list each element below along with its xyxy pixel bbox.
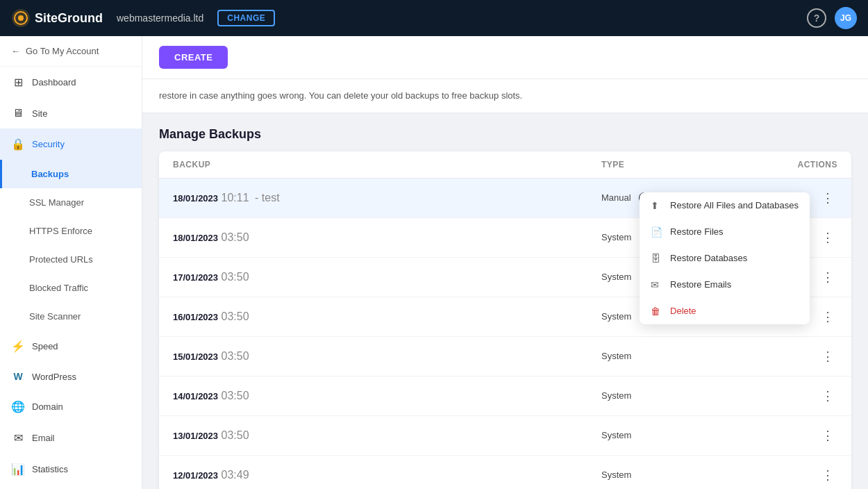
delete-icon: 🗑 (651, 306, 663, 317)
change-site-button[interactable]: CHANGE (217, 10, 275, 26)
sidebar: ← Go To My Account ⊞ Dashboard 🖥 Site 🔒 … (0, 36, 142, 489)
sidebar-item-dashboard[interactable]: ⊞ Dashboard (0, 67, 142, 98)
content-inner: Manage Backups Backup Type Actions 18/01… (142, 113, 868, 490)
create-button[interactable]: CREATE (159, 46, 228, 69)
context-menu: ⬆ Restore All Files and Databases 📄 Rest… (640, 192, 810, 324)
svg-point-2 (18, 15, 24, 21)
restore-emails-icon: ✉ (651, 279, 663, 290)
sidebar-item-label: Security (32, 139, 65, 149)
table-row: 18/01/2023 10:11 - test Manual Manual ⋮ (159, 179, 851, 218)
site-icon: 🖥 (11, 107, 25, 119)
logo-text: SiteGround (35, 11, 103, 26)
sidebar-item-label: Site Scanner (29, 311, 81, 322)
backup-date: 17/01/2023 03:50 (173, 271, 601, 283)
col-type: Type (601, 160, 754, 169)
table-row: 13/01/2023 03:50 System ⋮ (159, 416, 851, 456)
actions-cell: ⋮ (754, 465, 837, 485)
restore-files-label: Restore Files (670, 226, 724, 237)
siteground-logo-icon (11, 8, 31, 28)
backup-date: 18/01/2023 03:50 (173, 231, 601, 244)
sidebar-item-label: SSL Manager (29, 197, 84, 208)
row-actions-button[interactable]: ⋮ (818, 347, 837, 366)
sidebar-item-label: Email (32, 433, 55, 443)
navbar-left: SiteGround webmastermedia.ltd CHANGE (11, 8, 275, 28)
sidebar-item-email[interactable]: ✉ Email (0, 422, 142, 454)
avatar[interactable]: JG (835, 7, 857, 29)
sidebar-item-blocked-traffic[interactable]: Blocked Traffic (0, 274, 142, 302)
restore-all-label: Restore All Files and Databases (670, 200, 799, 210)
table-row: 12/01/2023 03:49 System ⋮ (159, 456, 851, 490)
domain-icon: 🌐 (11, 400, 25, 413)
row-actions-button[interactable]: ⋮ (818, 267, 837, 287)
row-actions-button[interactable]: ⋮ (818, 307, 837, 326)
navbar-right: ? JG (807, 7, 857, 29)
main-content: CREATE restore in case anything goes wro… (142, 36, 868, 489)
sidebar-item-wordpress[interactable]: W WordPress (0, 362, 142, 391)
dashboard-icon: ⊞ (11, 76, 25, 89)
backup-date: 14/01/2023 03:50 (173, 390, 601, 402)
row-actions-button[interactable]: ⋮ (818, 386, 837, 406)
actions-cell: ⋮ (754, 386, 837, 406)
security-icon: 🔒 (11, 138, 25, 151)
row-actions-button[interactable]: ⋮ (818, 465, 837, 485)
row-actions-button[interactable]: ⋮ (818, 228, 837, 247)
backup-type: System (601, 351, 754, 361)
sidebar-item-label: Domain (32, 401, 63, 412)
logo: SiteGround (11, 8, 103, 28)
sidebar-item-backups[interactable]: Backups (0, 160, 142, 188)
help-button[interactable]: ? (807, 8, 826, 28)
restore-all-icon: ⬆ (651, 200, 663, 211)
manage-backups-title: Manage Backups (159, 113, 851, 151)
info-bar: restore in case anything goes wrong. You… (142, 79, 868, 113)
actions-cell: ⋮ (754, 347, 837, 366)
sidebar-item-domain[interactable]: 🌐 Domain (0, 391, 142, 422)
backup-type: System (601, 430, 754, 440)
sidebar-item-protected-urls[interactable]: Protected URLs (0, 245, 142, 274)
restore-emails-label: Restore Emails (670, 279, 731, 290)
backup-date: 15/01/2023 03:50 (173, 350, 601, 363)
restore-emails-menu-item[interactable]: ✉ Restore Emails (640, 272, 810, 298)
backup-type: System (601, 390, 754, 401)
sidebar-item-label: Speed (32, 341, 58, 351)
sidebar-item-speed[interactable]: ⚡ Speed (0, 331, 142, 362)
sidebar-item-security[interactable]: 🔒 Security (0, 129, 142, 160)
col-backup: Backup (173, 160, 601, 169)
row-actions-button[interactable]: ⋮ (818, 426, 837, 445)
info-text: restore in case anything goes wrong. You… (159, 90, 522, 101)
sidebar-item-site-scanner[interactable]: Site Scanner (0, 302, 142, 331)
sidebar-item-label: WordPress (32, 372, 76, 382)
restore-databases-menu-item[interactable]: 🗄 Restore Databases (640, 245, 810, 272)
sidebar-item-statistics[interactable]: 📊 Statistics (0, 454, 142, 485)
delete-label: Delete (670, 306, 696, 316)
main-layout: ← Go To My Account ⊞ Dashboard 🖥 Site 🔒 … (0, 36, 868, 489)
navbar: SiteGround webmastermedia.ltd CHANGE ? J… (0, 0, 868, 36)
restore-db-icon: 🗄 (651, 253, 663, 264)
site-name: webmastermedia.ltd (117, 13, 203, 24)
go-to-account-button[interactable]: ← Go To My Account (0, 36, 142, 67)
go-to-account-label: Go To My Account (26, 46, 99, 56)
email-icon: ✉ (11, 431, 25, 445)
sidebar-item-label: Statistics (32, 464, 68, 474)
restore-all-menu-item[interactable]: ⬆ Restore All Files and Databases (640, 192, 810, 219)
backup-date: 18/01/2023 10:11 - test (173, 192, 601, 204)
table-header: Backup Type Actions (159, 151, 851, 179)
statistics-icon: 📊 (11, 463, 25, 476)
sidebar-item-label: Blocked Traffic (29, 283, 88, 293)
delete-menu-item[interactable]: 🗑 Delete (640, 298, 810, 324)
backup-date: 13/01/2023 03:50 (173, 429, 601, 442)
restore-db-label: Restore Databases (670, 253, 747, 263)
col-actions: Actions (754, 160, 837, 169)
sidebar-item-devs[interactable]: 💻 Devs (0, 485, 142, 489)
sidebar-item-https[interactable]: HTTPS Enforce (0, 217, 142, 245)
restore-files-menu-item[interactable]: 📄 Restore Files (640, 219, 810, 245)
backup-type: System (601, 470, 754, 480)
back-arrow-icon: ← (11, 46, 20, 56)
speed-icon: ⚡ (11, 340, 25, 353)
backup-date: 12/01/2023 03:49 (173, 469, 601, 481)
sidebar-item-label: HTTPS Enforce (29, 226, 92, 236)
backup-date: 16/01/2023 03:50 (173, 310, 601, 323)
table-row: 14/01/2023 03:50 System ⋮ (159, 376, 851, 416)
sidebar-item-site[interactable]: 🖥 Site (0, 98, 142, 129)
sidebar-item-ssl[interactable]: SSL Manager (0, 188, 142, 217)
row-actions-button[interactable]: ⋮ (818, 188, 837, 208)
